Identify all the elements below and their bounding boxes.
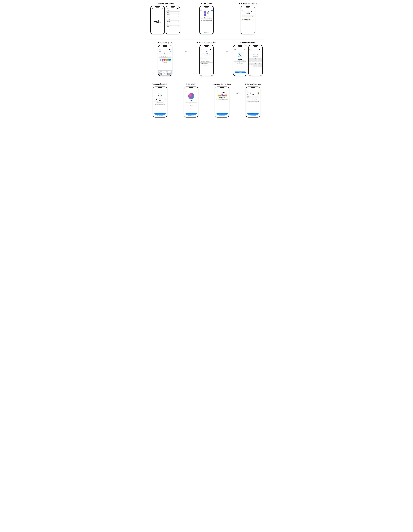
- num-5[interactable]: 5JKL: [253, 60, 257, 62]
- lang-japanese[interactable]: 日本語 ›: [166, 15, 179, 17]
- lang-french[interactable]: Français ›: [166, 19, 179, 21]
- apps-data-option-3[interactable]: Transfer Directly from iPhone ›: [200, 61, 213, 63]
- lang-russian[interactable]: Русский ›: [166, 22, 179, 24]
- screentime-back[interactable]: Back: [216, 91, 218, 91]
- key-p[interactable]: p: [170, 71, 171, 72]
- key-y[interactable]: y: [165, 71, 166, 72]
- key-r[interactable]: r: [163, 71, 164, 72]
- apps-data-option-2[interactable]: Restore from Mac or PC ›: [200, 59, 213, 61]
- key-w[interactable]: w: [160, 71, 162, 72]
- key-space[interactable]: space: [162, 74, 167, 75]
- faceid-continue-btn[interactable]: Continue: [235, 72, 246, 73]
- step-7-screen: 9:41 ▋▋▋ 🔋: [153, 87, 167, 117]
- apps-data-option-4[interactable]: Move Data from Android ›: [200, 63, 213, 64]
- wifi-choose-another[interactable]: Choose Another Network: [241, 18, 255, 18]
- step-7-phone: 9:41 ▋▋▋ 🔋: [153, 86, 167, 117]
- key-x[interactable]: x: [162, 73, 163, 74]
- row-3: 7. Automatic updates 9:41 ▋▋▋ 🔋: [148, 83, 265, 117]
- health-heart-label: bpm: [252, 95, 253, 95]
- key-h[interactable]: h: [166, 72, 167, 73]
- lang-chinese-traditional[interactable]: 繁體中文 ›: [166, 13, 179, 15]
- lang-portuguese[interactable]: Português ›: [166, 24, 179, 26]
- num-3[interactable]: 3DEF: [258, 58, 262, 60]
- num-2[interactable]: 2ABC: [253, 58, 257, 60]
- key-b[interactable]: b: [166, 73, 167, 74]
- siri-setup-later[interactable]: Set Up Later in Settings: [188, 115, 194, 116]
- key-c[interactable]: c: [163, 73, 164, 74]
- key-g[interactable]: g: [165, 72, 166, 73]
- siri-back[interactable]: Back: [185, 91, 187, 91]
- lang-german[interactable]: Deutsch ›: [166, 21, 179, 22]
- battery-icon-4b: 🔋: [261, 49, 261, 50]
- key-k[interactable]: k: [168, 72, 169, 73]
- autoupdate-install-manually[interactable]: Install Updates Manually: [157, 115, 163, 116]
- key-s[interactable]: s: [161, 72, 162, 73]
- appleid-desc: Sign in with your Apple ID to use iCloud…: [158, 54, 172, 55]
- lang-chinese-simplified[interactable]: 简体中文 ›: [166, 11, 179, 13]
- key-l[interactable]: l: [169, 72, 170, 73]
- num-6[interactable]: 6MNO: [258, 60, 262, 62]
- screentime-setup-later[interactable]: Set Up Later in Settings: [215, 115, 229, 116]
- step-3-phone: 9:41 ▋▋▋ 🔋 Back Choose a Wi-Fi Network W…: [241, 6, 255, 34]
- wifi-network-item[interactable]: WiFi 📶: [242, 15, 254, 17]
- key-o[interactable]: o: [169, 71, 170, 72]
- lang-spanish[interactable]: Español ›: [166, 17, 179, 19]
- faceid-privacy-link[interactable]: About Face ID & Privacy...: [237, 63, 243, 64]
- apps-data-option-2-label: Restore from Mac or PC: [201, 59, 208, 60]
- quick-start-setup-manually[interactable]: Set Up Manually: [204, 32, 209, 33]
- quick-start-body2: If you want, you can also set up this iP…: [200, 20, 213, 22]
- appleid-next[interactable]: Next: [170, 51, 171, 52]
- status-bar-5: 9:41 ▋▋▋ 🔋: [200, 49, 213, 50]
- appleid-field[interactable]: Apple ID appleseed@icloud.com: [159, 56, 171, 57]
- health-setup-later[interactable]: Set Up Later in Settings: [246, 115, 260, 116]
- health-continue-btn[interactable]: Continue: [247, 113, 259, 114]
- screentime-title: Screen Time: [215, 97, 229, 98]
- passcode-options-link[interactable]: Passcode Options: [249, 56, 262, 57]
- autoupdate-continue-btn[interactable]: Continue: [154, 113, 166, 114]
- key-i[interactable]: i: [168, 71, 169, 72]
- screentime-desc: Get a weekly report with insights about …: [215, 98, 229, 101]
- num-delete[interactable]: ⌫: [258, 65, 262, 67]
- num-7[interactable]: 7PQRS: [249, 63, 253, 65]
- key-t[interactable]: t: [164, 71, 165, 72]
- key-at[interactable]: @: [167, 74, 168, 75]
- apps-data-option-5[interactable]: Don't Transfer Apps & Data ›: [200, 64, 213, 66]
- key-j[interactable]: j: [167, 72, 168, 73]
- num-4[interactable]: 4GHI: [249, 60, 253, 62]
- key-z[interactable]: z: [161, 73, 162, 74]
- key-f[interactable]: f: [163, 72, 165, 73]
- num-0[interactable]: 0: [253, 65, 257, 67]
- num-8[interactable]: 8TUV: [253, 63, 257, 65]
- num-1[interactable]: 1: [249, 58, 253, 60]
- key-d[interactable]: d: [162, 72, 163, 73]
- num-9[interactable]: 9WXYZ: [258, 63, 262, 65]
- key-q[interactable]: q: [159, 71, 160, 72]
- lang-italian[interactable]: Italiano ›: [166, 26, 179, 27]
- wifi-back[interactable]: Back: [242, 10, 243, 11]
- status-icons-9b: ▋▋▋ 🔋: [257, 90, 259, 91]
- key-e[interactable]: e: [162, 71, 163, 72]
- key-backspace[interactable]: ⌫: [169, 73, 170, 74]
- num-9-sub: WXYZ: [259, 64, 260, 65]
- lang-english[interactable]: English ›: [166, 10, 179, 11]
- key-v[interactable]: v: [165, 73, 166, 74]
- key-u[interactable]: u: [167, 71, 168, 72]
- faceid-back[interactable]: Back: [234, 49, 236, 50]
- key-a[interactable]: a: [160, 72, 161, 73]
- health-back[interactable]: Back: [247, 91, 248, 91]
- lang-spanish-label: Español: [167, 18, 170, 19]
- quick-start-back[interactable]: Back: [200, 10, 202, 11]
- siri-continue-btn[interactable]: Continue: [186, 113, 197, 114]
- key-m[interactable]: m: [168, 73, 169, 74]
- key-return[interactable]: return: [168, 74, 170, 75]
- key-n[interactable]: n: [167, 73, 168, 74]
- appleid-back[interactable]: Back: [159, 51, 161, 52]
- passcode-back[interactable]: Back: [249, 49, 251, 50]
- apps-data-option-1[interactable]: Restore from iCloud Backup ›: [200, 57, 213, 59]
- key-123[interactable]: 123: [161, 74, 162, 75]
- appleid-forgot[interactable]: Forgot password or don't have an Apple I…: [158, 58, 172, 58]
- key-shift[interactable]: ⇧: [160, 73, 161, 74]
- appleid-title: Apple ID: [158, 52, 172, 54]
- screentime-continue-btn[interactable]: Continue: [216, 113, 228, 114]
- faceid-setup-later[interactable]: Set Up Later in Settings: [237, 74, 243, 74]
